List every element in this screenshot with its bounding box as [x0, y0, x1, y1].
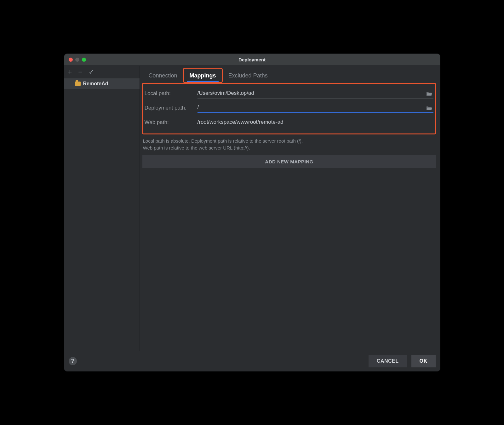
folder-icon[interactable] — [426, 91, 432, 96]
deployment-path-row: Deployment path: — [145, 101, 433, 115]
tab-connection[interactable]: Connection — [143, 69, 183, 82]
web-path-value[interactable]: /root/workspace/wwwroot/remote-ad — [198, 118, 433, 127]
remove-server-button[interactable]: − — [78, 69, 82, 76]
help-line-1: Local path is absolute. Deployment path … — [143, 138, 436, 144]
cancel-button[interactable]: CANCEL — [369, 355, 407, 367]
deployment-dialog: Deployment + − ✓ RemoteAd Connection Map… — [64, 54, 440, 371]
add-new-mapping-button[interactable]: ADD NEW MAPPING — [142, 155, 436, 168]
titlebar: Deployment — [64, 54, 440, 66]
server-list-item[interactable]: RemoteAd — [64, 78, 140, 89]
deployment-path-input[interactable] — [198, 103, 433, 113]
web-path-row: Web path: /root/workspace/wwwroot/remote… — [145, 115, 433, 130]
close-window-button[interactable] — [69, 58, 73, 62]
ok-button[interactable]: OK — [411, 355, 436, 367]
maximize-window-button[interactable] — [82, 58, 86, 62]
mappings-form: Local path: Deployment path: — [142, 83, 436, 134]
sftp-icon — [75, 82, 81, 86]
help-line-2: Web path is relative to the web server U… — [143, 144, 436, 151]
deployment-path-label: Deployment path: — [145, 105, 198, 111]
local-path-row: Local path: — [145, 86, 433, 101]
help-text: Local path is absolute. Deployment path … — [143, 138, 436, 151]
minimize-window-button[interactable] — [75, 58, 79, 62]
apply-server-button[interactable]: ✓ — [89, 69, 94, 76]
window-controls — [69, 58, 86, 62]
sidebar-toolbar: + − ✓ — [64, 66, 140, 78]
window-title: Deployment — [64, 57, 440, 62]
server-sidebar: + − ✓ RemoteAd — [64, 66, 140, 351]
main-panel: Connection Mappings Excluded Paths Local… — [140, 66, 440, 351]
tab-bar: Connection Mappings Excluded Paths — [142, 66, 436, 82]
dialog-body: + − ✓ RemoteAd Connection Mappings Exclu… — [64, 66, 440, 351]
add-server-button[interactable]: + — [68, 69, 72, 76]
local-path-input[interactable] — [198, 89, 433, 99]
web-path-label: Web path: — [145, 119, 198, 126]
help-button[interactable]: ? — [69, 357, 77, 365]
local-path-label: Local path: — [145, 90, 198, 97]
tab-excluded-paths[interactable]: Excluded Paths — [223, 69, 273, 82]
folder-icon[interactable] — [426, 105, 432, 110]
dialog-footer: ? CANCEL OK — [64, 351, 440, 371]
tab-mappings[interactable]: Mappings — [183, 68, 223, 83]
server-name: RemoteAd — [83, 81, 108, 87]
